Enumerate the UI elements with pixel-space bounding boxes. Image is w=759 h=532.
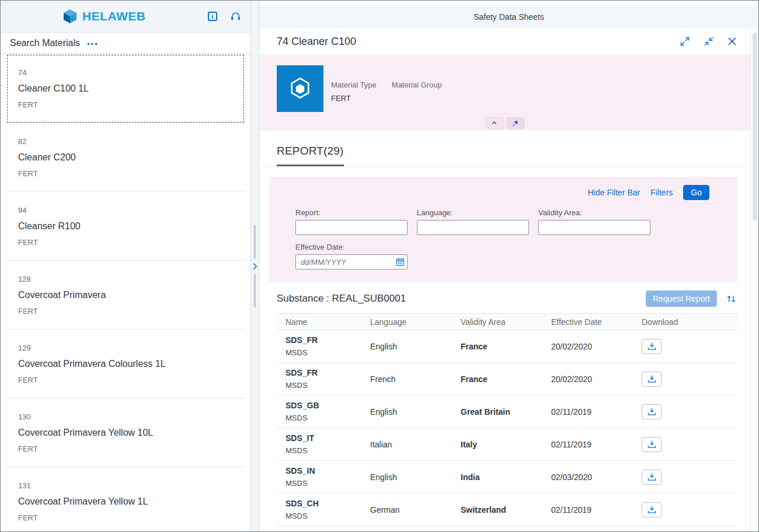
material-name: Cleanser R100: [18, 221, 233, 232]
close-icon: [728, 37, 736, 46]
material-id: 130: [18, 412, 233, 421]
enter-fullscreen-button[interactable]: [680, 37, 690, 46]
report-filter-label: Report:: [295, 208, 408, 217]
effective-date-field: Effective Date:: [295, 243, 709, 270]
report-language: English: [361, 396, 452, 428]
scrollbar-thumb[interactable]: [753, 33, 757, 220]
report-table-header: Name Language Validity Area Effective Da…: [277, 314, 737, 330]
report-validity-area: India: [452, 461, 542, 494]
substance-toolbar: Substance : REAL_SUB0001 Request Report: [277, 290, 737, 307]
report-filter-input[interactable]: [295, 220, 408, 235]
hide-filter-bar-link[interactable]: Hide Filter Bar: [588, 188, 640, 197]
material-name: Covercoat Primavera Colourless 1L: [18, 359, 233, 369]
materials-list: 74 Cleaner C100 1L FERT 82 Cleaner C200 …: [1, 54, 250, 531]
report-effective-date: 02/03/2020: [542, 461, 633, 494]
headset-icon: [230, 11, 241, 22]
overflow-icon[interactable]: •••: [87, 40, 99, 48]
report-name: SDS_IN: [286, 466, 361, 475]
report-validity-area: Switzerland: [452, 494, 542, 526]
table-row: SDS_IT MSDS Italian Italy 02/11/2019: [277, 428, 737, 461]
report-table: Name Language Validity Area Effective Da…: [277, 313, 737, 526]
date-picker-button[interactable]: [396, 258, 405, 267]
download-button[interactable]: [642, 339, 661, 354]
chevron-up-icon: [491, 120, 498, 127]
report-validity-area: Italy: [452, 428, 542, 461]
panel-splitter[interactable]: [250, 1, 259, 531]
list-item[interactable]: 131 Covercoat Primavera Yellow 1L FERT: [6, 467, 245, 531]
material-name: Covercoat Primavera Yellow 1L: [18, 496, 233, 507]
list-item[interactable]: 130 Covercoat Primavera Yellow 10L FERT: [6, 398, 245, 467]
substance-title: Substance : REAL_SUB0001: [277, 293, 646, 304]
pin-header-button[interactable]: [506, 117, 524, 129]
report-effective-date: 02/11/2019: [542, 494, 633, 526]
page-title: 74 Cleaner C100: [277, 36, 680, 48]
object-title-row: 74 Cleaner C100: [259, 28, 750, 55]
collapse-header-button[interactable]: [485, 117, 503, 129]
report-table-body: SDS_FR MSDS English France 20/02/2020 SD…: [277, 330, 737, 526]
list-item[interactable]: 82 Cleaner C200 FERT: [6, 123, 245, 192]
download-icon: [647, 505, 656, 514]
column-download: Download: [633, 314, 737, 330]
report-validity-area: France: [452, 330, 542, 363]
download-button[interactable]: [642, 372, 661, 387]
detail-panel: Safety Data Sheets 74 Cleaner C100: [259, 1, 758, 531]
material-type-field: Material Type FERT: [331, 80, 377, 112]
download-button[interactable]: [642, 404, 661, 419]
exit-fullscreen-button[interactable]: [704, 37, 713, 46]
go-button[interactable]: Go: [683, 185, 709, 200]
material-type: FERT: [18, 376, 233, 384]
tab-report[interactable]: REPORT(29): [277, 145, 344, 166]
calendar-icon: [396, 258, 405, 267]
filter-actions: Hide Filter Bar Filters Go: [295, 185, 709, 200]
report-validity-area: Great Britain: [452, 396, 542, 428]
list-item[interactable]: 74 Cleaner C100 1L FERT: [6, 54, 245, 123]
list-item[interactable]: 129 Covercoat Primavera Colourless 1L FE…: [6, 330, 245, 398]
info-button[interactable]: i: [208, 12, 217, 21]
table-row: SDS_FR MSDS French France 20/02/2020: [277, 363, 737, 396]
report-filter-field: Report:: [295, 208, 408, 235]
validity-area-filter-input[interactable]: [538, 220, 650, 235]
expand-splitter-button[interactable]: [252, 262, 257, 270]
report-effective-date: 20/02/2020: [542, 330, 633, 363]
material-type: FERT: [18, 513, 233, 522]
effective-date-input[interactable]: [295, 254, 408, 270]
material-type: FERT: [18, 100, 233, 109]
report-name: SDS_FR: [286, 368, 361, 377]
report-effective-date: 02/11/2019: [542, 428, 633, 461]
shrink-icon: [704, 37, 713, 46]
list-item[interactable]: 94 Cleanser R100 FERT: [6, 192, 245, 261]
material-id: 94: [18, 206, 233, 215]
download-button[interactable]: [642, 470, 661, 485]
scrollbar[interactable]: [750, 28, 758, 531]
language-filter-input[interactable]: [417, 220, 529, 235]
report-validity-area: France: [452, 363, 542, 396]
column-language: Language: [361, 314, 452, 330]
support-button[interactable]: [230, 11, 241, 22]
sort-icon: [726, 294, 736, 304]
expand-icon: [680, 37, 690, 46]
material-type: FERT: [18, 169, 233, 178]
chevron-right-icon: [252, 262, 257, 270]
request-report-button[interactable]: Request Report: [646, 290, 717, 307]
report-subtype: MSDS: [286, 348, 361, 357]
sort-button[interactable]: [725, 293, 737, 305]
cube-logo-icon: [62, 9, 78, 24]
close-button[interactable]: [728, 37, 736, 46]
pin-icon: [511, 120, 519, 127]
column-validity-area: Validity Area: [452, 314, 542, 330]
download-cell: [633, 428, 737, 461]
download-button[interactable]: [642, 437, 661, 452]
download-button[interactable]: [642, 502, 661, 517]
report-subtype: MSDS: [286, 381, 361, 390]
material-type-value: FERT: [331, 94, 377, 103]
report-subtype: MSDS: [286, 479, 361, 488]
name-cell: SDS_IN MSDS: [277, 461, 361, 494]
effective-date-label: Effective Date:: [295, 243, 709, 251]
list-item[interactable]: 128 Covercoat Primavera FERT: [6, 261, 245, 330]
search-materials-title: Search Materials: [10, 38, 80, 48]
report-language: English: [361, 461, 452, 494]
filter-fields: Report: Language: Validity Area:: [295, 208, 709, 235]
detail-content: 74 Cleaner C100: [259, 28, 750, 531]
material-name: Cleaner C200: [18, 152, 233, 163]
filters-link[interactable]: Filters: [650, 188, 673, 197]
